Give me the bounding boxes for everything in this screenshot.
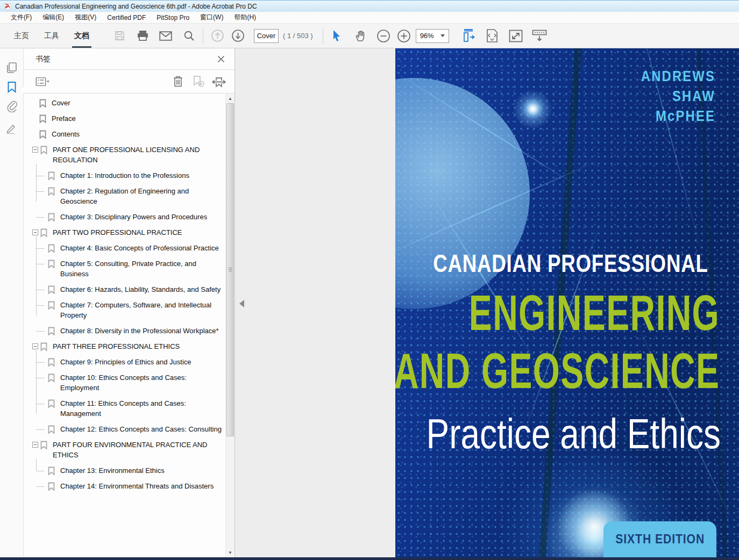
bookmark-flag-icon	[40, 146, 47, 155]
bookmark-item[interactable]: Chapter 9: Principles of Ethics and Just…	[24, 357, 225, 367]
signatures-icon[interactable]	[0, 119, 24, 139]
zoom-level-select[interactable]: 96%	[416, 29, 449, 43]
bookmark-item[interactable]: Chapter 2: Regulation of Engineering and…	[24, 186, 225, 206]
cover-author: ANDREWS	[641, 67, 715, 87]
save-icon[interactable]	[111, 27, 128, 45]
bookmark-item[interactable]: Preface	[24, 113, 225, 124]
bookmark-flag-icon	[48, 482, 55, 491]
bookmark-item[interactable]: Cover	[24, 98, 225, 108]
bookmarks-panel-header: 书签	[24, 48, 235, 70]
bookmark-item[interactable]: Chapter 6: Hazards, Liability, Standards…	[24, 284, 225, 295]
bookmark-flag-icon	[48, 466, 55, 476]
pdf-page-cover[interactable]: ANDREWS SHAW McPHEE CANADIAN PROFESSIONA…	[395, 48, 739, 557]
collapse-expander-icon[interactable]	[32, 147, 38, 153]
email-icon[interactable]	[157, 27, 174, 45]
bookmark-flag-icon	[48, 301, 55, 310]
cover-glow-graphic	[522, 98, 544, 119]
bookmark-item[interactable]: Contents	[24, 129, 225, 139]
bookmark-flag-icon	[48, 358, 55, 367]
cover-authors: ANDREWS SHAW McPHEE	[641, 67, 715, 126]
bookmark-flag-icon	[39, 130, 46, 139]
bookmark-flag-icon	[48, 260, 55, 269]
window-title: Canadian Professional Engineering and Ge…	[15, 3, 257, 10]
bookmark-item[interactable]: Chapter 8: Diversity in the Professional…	[24, 326, 225, 336]
cover-title-line1: CANADIAN PROFESSIONAL	[433, 248, 701, 278]
bookmark-part-item[interactable]: PART THREE PROFESSIONAL ETHICS	[24, 341, 225, 351]
cover-author: McPHEE	[641, 106, 715, 126]
collapse-expander-icon[interactable]	[32, 442, 38, 448]
bookmark-item[interactable]: Chapter 14: Environmental Threats and Di…	[24, 481, 225, 491]
bookmark-item[interactable]: Chapter 4: Basic Concepts of Professiona…	[24, 243, 225, 253]
zoom-in-icon[interactable]	[395, 27, 413, 45]
bookmarks-toolbar	[24, 70, 235, 94]
print-icon[interactable]	[134, 27, 151, 45]
scroll-down-icon[interactable]: ▼	[226, 548, 235, 557]
delete-bookmark-icon[interactable]	[171, 75, 185, 89]
bookmark-children-group: Chapter 1: Introduction to the Professio…	[24, 170, 225, 222]
bookmarks-panel: 书签	[24, 48, 235, 557]
edition-badge-label: SIXTH EDITION	[615, 532, 705, 557]
bookmark-children-group: Chapter 13: Environmental Ethics Chapter…	[24, 465, 225, 491]
hide-toolbar-icon[interactable]	[531, 27, 548, 45]
zoom-out-icon[interactable]	[375, 27, 392, 45]
hand-tool-icon[interactable]	[352, 27, 370, 45]
scrollbar-thumb[interactable]	[226, 103, 234, 436]
bookmark-part-item[interactable]: PART ONE PROFESSIONAL LICENSING AND REGU…	[24, 145, 225, 165]
toolbar-separator	[203, 28, 203, 44]
bookmark-item[interactable]: Chapter 5: Consulting, Private Practice,…	[24, 259, 225, 279]
search-icon[interactable]	[180, 27, 197, 45]
menu-edit[interactable]: 编辑(E)	[37, 12, 69, 23]
fit-page-icon[interactable]	[484, 27, 501, 45]
scrollbar-grip	[229, 268, 232, 272]
bookmark-options-icon[interactable]	[35, 75, 49, 89]
nav-icon-strip	[0, 48, 24, 557]
bookmark-item[interactable]: Chapter 3: Disciplinary Powers and Proce…	[24, 212, 225, 222]
menu-view[interactable]: 视图(V)	[69, 12, 102, 23]
collapse-expander-icon[interactable]	[32, 229, 38, 235]
menu-file[interactable]: 文件(F)	[5, 12, 37, 23]
scrolling-mode-icon[interactable]	[460, 27, 477, 45]
bookmark-flag-icon	[48, 399, 55, 408]
bookmark-children-group: Chapter 4: Basic Concepts of Professiona…	[24, 243, 225, 336]
menu-help[interactable]: 帮助(H)	[229, 12, 261, 23]
bookmark-item[interactable]: Chapter 11: Ethics Concepts and Cases: M…	[24, 398, 225, 419]
bookmark-part-item[interactable]: PART FOUR ENVIRONMENTAL PRACTICE AND ETH…	[24, 440, 225, 460]
bookmark-flag-icon	[40, 228, 47, 238]
bookmark-part-item[interactable]: PART TWO PROFESSIONAL PRACTICE	[24, 227, 225, 238]
menu-window[interactable]: 窗口(W)	[195, 12, 229, 23]
bookmark-item[interactable]: Chapter 7: Computers, Software, and Inte…	[24, 300, 225, 320]
bookmarks-scrollbar[interactable]: ▲ ▼	[225, 94, 235, 557]
bookmark-item[interactable]: Chapter 13: Environmental Ethics	[24, 465, 225, 476]
bookmark-flag-icon	[39, 114, 46, 124]
page-count-label: ( 1 / 503 )	[283, 32, 313, 40]
edition-badge: SIXTH EDITION	[603, 521, 716, 557]
cover-title-line2: ENGINEERING	[469, 285, 720, 341]
tab-document[interactable]: 文档	[67, 24, 97, 48]
panel-collapse-icon[interactable]	[239, 300, 244, 307]
menu-certified-pdf[interactable]: Certified PDF	[102, 13, 151, 23]
bookmark-flag-icon	[48, 327, 55, 336]
cover-title-line3: AND GEOSCIENCE	[395, 343, 720, 399]
close-icon[interactable]	[215, 53, 227, 65]
pdf-app-icon	[4, 3, 12, 10]
menu-pitstop-pro[interactable]: PitStop Pro	[151, 13, 195, 23]
page-number-input[interactable]	[254, 29, 279, 43]
previous-page-icon[interactable]	[209, 27, 226, 45]
fullscreen-icon[interactable]	[507, 27, 524, 45]
select-tool-icon[interactable]	[329, 27, 346, 45]
page-thumbnails-icon[interactable]	[0, 58, 24, 77]
bookmark-destination-icon[interactable]	[212, 75, 226, 89]
collapse-expander-icon[interactable]	[32, 343, 38, 349]
window-bottom-edge	[0, 557, 739, 560]
bookmark-item[interactable]: Chapter 12: Ethics Concepts and Cases: C…	[24, 424, 225, 434]
attachments-icon[interactable]	[0, 97, 24, 116]
tab-home[interactable]: 主页	[6, 24, 37, 48]
add-bookmark-icon[interactable]	[191, 75, 205, 89]
menu-bar: 文件(F) 编辑(E) 视图(V) Certified PDF PitStop …	[0, 12, 739, 24]
bookmark-flag-icon	[48, 374, 55, 383]
bookmark-item[interactable]: Chapter 10: Ethics Concepts and Cases: E…	[24, 372, 225, 393]
next-page-icon[interactable]	[229, 27, 246, 45]
scroll-up-icon[interactable]: ▲	[226, 94, 235, 103]
tab-tools[interactable]: 工具	[37, 24, 67, 48]
bookmark-item[interactable]: Chapter 1: Introduction to the Professio…	[24, 170, 225, 181]
